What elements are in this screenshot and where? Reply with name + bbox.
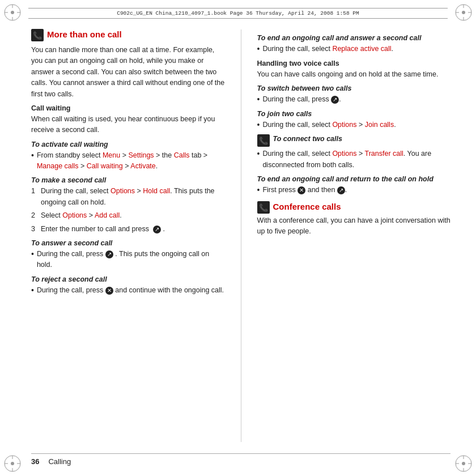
make-call-text-3: Enter the number to call and press ↗ . [41, 224, 165, 235]
answer-second-heading: To answer a second call [31, 239, 225, 247]
end-icon: ✕ [298, 186, 305, 194]
svg-point-19 [462, 462, 465, 465]
item-number-1: 1 [31, 186, 38, 197]
answer-icon-2: ↗ [337, 186, 345, 194]
make-call-item-2: 2 Select Options > Add call. [31, 210, 225, 221]
options-link-r1: Options [332, 121, 356, 129]
activate-call-waiting-bullet: • From standby select Menu > Settings > … [31, 150, 225, 172]
handling-two-text: You can have calls ongoing and on hold a… [257, 69, 451, 80]
footer-label: Calling [48, 457, 71, 466]
options-link-r2: Options [332, 150, 356, 158]
main-content: 📞 More than one call You can handle more… [31, 29, 450, 442]
settings-link: Settings [128, 151, 154, 159]
replace-active-link: Replace active call [332, 45, 391, 53]
connect-heading-block: 📞 To connect two calls [257, 135, 451, 147]
bullet-dot-r3: • [257, 120, 260, 131]
make-call-text-2: Select Options > Add call. [41, 210, 122, 221]
end-return-heading: To end an ongoing call and return to the… [257, 175, 451, 183]
manage-calls-link: Manage calls [37, 162, 79, 170]
header-bar: C902c_UG_EN China_1210_4097_1.book Page … [28, 8, 448, 19]
svg-text:📞: 📞 [259, 203, 269, 212]
corner-mark-br [453, 453, 474, 474]
handling-two-heading: Handling two voice calls [257, 60, 451, 67]
left-column: 📞 More than one call You can handle more… [31, 29, 227, 442]
switch-between-text: During the call, press ↗. [262, 94, 341, 105]
bullet-dot-r5: • [257, 185, 260, 196]
page-number: 36 [31, 457, 39, 466]
reject-second-heading: To reject a second call [31, 275, 225, 283]
connect-two-bullet: • During the call, select Options > Tran… [257, 148, 451, 171]
corner-mark-bl [2, 453, 23, 474]
join-two-text: During the call, select Options > Join c… [262, 120, 396, 130]
column-divider [241, 29, 241, 442]
make-call-item-1: 1 During the call, select Options > Hold… [31, 186, 225, 208]
call-waiting-text: When call waiting is used, you hear cont… [31, 114, 225, 136]
end-return-bullet: • First press ✕ and then ↗. [257, 185, 451, 196]
conference-calls-heading: Conference calls [273, 202, 341, 211]
call-waiting-link: Call waiting [87, 162, 123, 170]
conference-calls-text: With a conference call, you can have a j… [257, 215, 451, 237]
make-call-text-1: During the call, select Options > Hold c… [41, 186, 225, 208]
svg-point-7 [462, 11, 465, 14]
svg-text:📞: 📞 [33, 31, 42, 40]
header-text: C902c_UG_EN China_1210_4097_1.book Page … [117, 10, 359, 16]
footer: 36 Calling [31, 453, 450, 466]
menu-link: Menu [103, 151, 120, 159]
activate-call-waiting-text: From standby select Menu > Settings > th… [37, 150, 225, 172]
reject-second-text: During the call, press ✕ and continue wi… [37, 285, 224, 296]
end-return-text: First press ✕ and then ↗. [262, 185, 347, 196]
end-answer-bullet: • During the call, select Replace active… [257, 44, 451, 55]
item-number-2: 2 [31, 210, 38, 221]
answer-second-text: During the call, press ↗ . This puts the… [37, 249, 225, 271]
bullet-dot-r4: • [257, 148, 260, 160]
reject-second-bullet: • During the call, press ✕ and continue … [31, 285, 225, 296]
corner-mark-tl [2, 2, 23, 23]
bullet-dot: • [31, 150, 34, 162]
intro-paragraph: You can handle more than one call at a t… [31, 45, 225, 100]
answer-icon: ↗ [105, 250, 113, 258]
join-two-bullet: • During the call, select Options > Join… [257, 120, 451, 131]
svg-point-13 [11, 462, 14, 465]
connect-phone-icon: 📞 [257, 134, 270, 147]
item-number-3: 3 [31, 224, 38, 235]
svg-text:📞: 📞 [259, 136, 269, 146]
call-button-icon: ↗ [153, 226, 161, 233]
options-link-2: Options [62, 211, 87, 219]
join-calls-link: Join calls [365, 121, 394, 129]
main-heading: More than one call [47, 29, 122, 39]
end-answer-text: During the call, select Replace active c… [262, 44, 393, 54]
conference-phone-icon: 📞 [257, 201, 270, 214]
connect-two-heading: To connect two calls [273, 135, 342, 143]
activate-link: Activate [130, 162, 155, 170]
make-call-item-3: 3 Enter the number to call and press ↗ . [31, 224, 225, 235]
transfer-call-link: Transfer call [365, 150, 403, 158]
end-answer-heading: To end an ongoing call and answer a seco… [257, 34, 451, 42]
answer-second-bullet: • During the call, press ↗ . This puts t… [31, 249, 225, 271]
connect-two-text: During the call, select Options > Transf… [262, 148, 450, 171]
bullet-dot-r1: • [257, 44, 260, 55]
conference-heading-block: 📞 Conference calls [257, 202, 451, 214]
reject-icon: ✕ [105, 287, 113, 295]
switch-icon: ↗ [331, 96, 339, 104]
add-call-link: Add call [95, 211, 120, 219]
main-heading-block: 📞 More than one call [31, 29, 225, 41]
right-column: To end an ongoing call and answer a seco… [255, 29, 451, 442]
corner-mark-tr [453, 2, 474, 23]
switch-between-bullet: • During the call, press ↗. [257, 94, 451, 105]
bullet-dot-r2: • [257, 94, 260, 105]
activate-call-waiting-heading: To activate call waiting [31, 141, 225, 148]
hold-call-link: Hold call [143, 187, 170, 195]
switch-between-heading: To switch between two calls [257, 84, 451, 92]
svg-point-1 [11, 11, 14, 14]
make-second-call-heading: To make a second call [31, 176, 225, 184]
calls-link: Calls [174, 151, 190, 159]
join-two-heading: To join two calls [257, 110, 451, 118]
options-link-1: Options [110, 187, 135, 195]
phone-icon: 📞 [31, 29, 44, 41]
call-waiting-heading: Call waiting [31, 104, 225, 112]
bullet-dot-3: • [31, 285, 34, 296]
bullet-dot-2: • [31, 249, 34, 260]
